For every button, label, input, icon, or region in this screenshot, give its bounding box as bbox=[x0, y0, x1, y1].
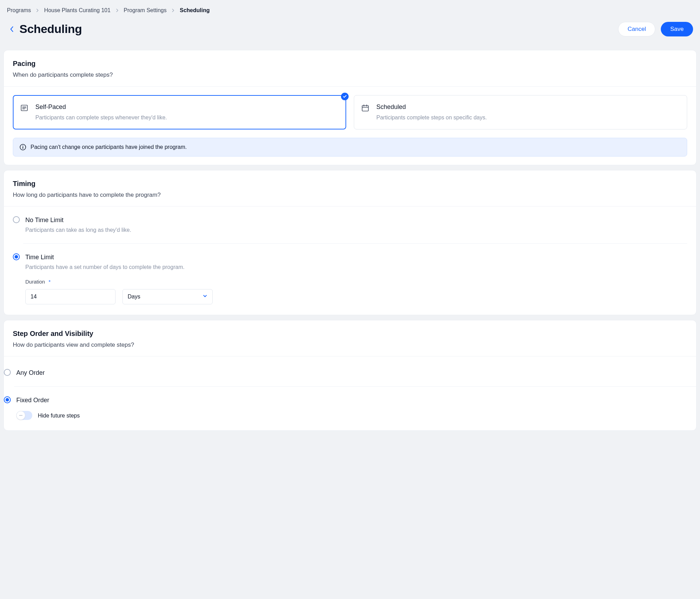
pacing-card: Pacing When do participants complete ste… bbox=[3, 50, 697, 165]
cancel-button[interactable]: Cancel bbox=[618, 22, 655, 36]
required-mark: * bbox=[49, 279, 51, 285]
pacing-subtitle: When do participants complete steps? bbox=[13, 71, 687, 79]
back-button[interactable] bbox=[7, 24, 17, 34]
pacing-title: Pacing bbox=[13, 59, 687, 69]
pacing-self-paced-title: Self-Paced bbox=[35, 102, 338, 111]
chevron-right-icon bbox=[36, 9, 39, 12]
step-order-any-title: Any Order bbox=[16, 368, 696, 377]
pacing-info-banner: Pacing can't change once participants ha… bbox=[13, 138, 687, 156]
timing-subtitle: How long do participants have to complet… bbox=[13, 191, 687, 200]
timing-time-limit-title: Time Limit bbox=[25, 253, 687, 262]
step-order-subtitle: How do participants view and complete st… bbox=[13, 341, 687, 349]
svg-point-3 bbox=[23, 145, 23, 146]
step-order-radio-fixed[interactable] bbox=[4, 396, 11, 403]
breadcrumb-current: Scheduling bbox=[180, 6, 210, 14]
step-order-radio-any[interactable] bbox=[4, 369, 11, 376]
pacing-info-text: Pacing can't change once participants ha… bbox=[31, 143, 187, 151]
calendar-icon bbox=[361, 104, 369, 112]
breadcrumb-program-settings[interactable]: Program Settings bbox=[124, 6, 167, 14]
page-title: Scheduling bbox=[19, 20, 82, 37]
timing-radio-no-limit[interactable] bbox=[13, 216, 20, 223]
svg-rect-1 bbox=[362, 106, 368, 111]
info-icon bbox=[19, 144, 26, 151]
pacing-option-scheduled[interactable]: Scheduled Participants complete steps on… bbox=[354, 95, 687, 129]
step-order-card: Step Order and Visibility How do partici… bbox=[3, 320, 697, 431]
duration-unit-select[interactable]: Days bbox=[122, 289, 213, 304]
chevron-right-icon bbox=[116, 9, 119, 12]
pacing-option-self-paced[interactable]: Self-Paced Participants can complete ste… bbox=[13, 95, 346, 129]
pacing-self-paced-desc: Participants can complete steps whenever… bbox=[35, 113, 338, 121]
timing-no-limit-desc: Participants can take as long as they'd … bbox=[25, 226, 687, 234]
pacing-scheduled-title: Scheduled bbox=[376, 102, 679, 111]
chevron-down-icon bbox=[203, 293, 207, 301]
save-button[interactable]: Save bbox=[661, 22, 693, 36]
step-order-fixed-title: Fixed Order bbox=[16, 396, 696, 405]
toggle-knob bbox=[16, 411, 25, 420]
pacing-scheduled-desc: Participants complete steps on specific … bbox=[376, 113, 679, 121]
check-circle-icon bbox=[341, 93, 349, 100]
chevron-right-icon bbox=[171, 9, 175, 12]
hide-future-steps-label: Hide future steps bbox=[38, 412, 80, 420]
timing-no-limit-title: No Time Limit bbox=[25, 216, 687, 225]
list-icon bbox=[20, 104, 28, 112]
timing-radio-time-limit[interactable] bbox=[13, 253, 20, 260]
breadcrumb-programs[interactable]: Programs bbox=[7, 6, 31, 14]
duration-label: Duration bbox=[25, 279, 45, 285]
duration-input[interactable] bbox=[25, 289, 116, 304]
hide-future-steps-toggle[interactable] bbox=[16, 411, 32, 420]
step-order-title: Step Order and Visibility bbox=[13, 329, 687, 339]
duration-unit-value: Days bbox=[128, 293, 140, 301]
timing-card: Timing How long do participants have to … bbox=[3, 170, 697, 315]
timing-title: Timing bbox=[13, 179, 687, 189]
breadcrumb: Programs House Plants Curating 101 Progr… bbox=[3, 0, 697, 18]
timing-time-limit-desc: Participants have a set number of days t… bbox=[25, 263, 687, 271]
minus-icon bbox=[19, 415, 23, 416]
breadcrumb-program-name[interactable]: House Plants Curating 101 bbox=[44, 6, 110, 14]
chevron-left-icon bbox=[10, 26, 14, 32]
